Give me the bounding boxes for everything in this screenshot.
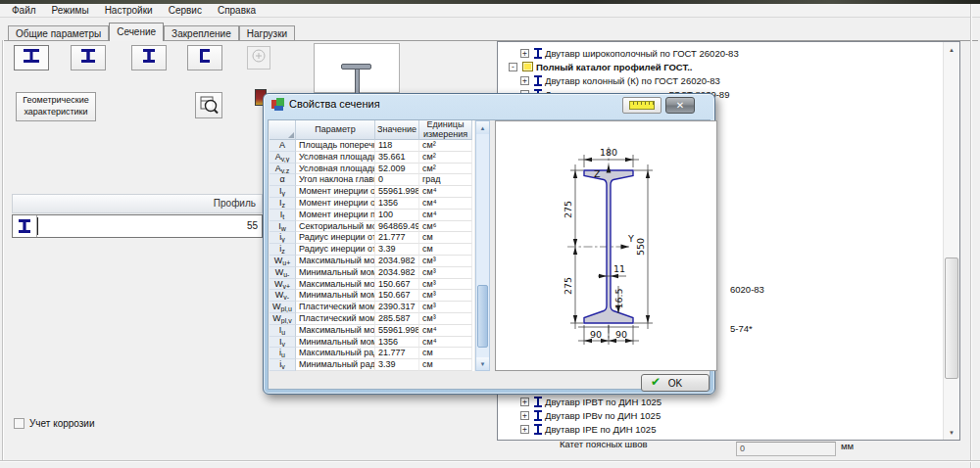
sloped-ibeam-icon [139, 47, 159, 69]
symbol-cell: iy [270, 232, 296, 244]
unit-cell: см³ [419, 313, 472, 325]
section-drawing: Z Y 180 [496, 121, 716, 370]
scroll-up-icon[interactable]: ▲ [944, 43, 959, 56]
table-row[interactable]: Wu+ Максимальный мом 2034.982 см³ [270, 256, 474, 267]
tab[interactable]: Закрепление [164, 25, 239, 41]
table-row[interactable]: Av,y Условная площадь с 35.661 см² [270, 152, 474, 164]
expander-icon[interactable]: + [520, 76, 529, 85]
menu-item[interactable]: Настройки [97, 4, 161, 17]
units-column-header[interactable]: Единицы измерения [419, 120, 472, 140]
value-cell: 118 [375, 140, 419, 152]
section-type-channel-button[interactable] [187, 45, 222, 70]
value-cell: 1356 [375, 198, 419, 210]
expander-icon[interactable]: - [509, 63, 517, 71]
value-cell: 2390.317 [375, 302, 419, 313]
param-cell: Момент инерции при [296, 210, 375, 221]
tree-item[interactable]: + Двутавр IPBv по ДИН 1025 [498, 408, 662, 422]
table-row[interactable]: iz Радиус инерции отно 3.39 см [270, 244, 474, 256]
close-button[interactable]: ✕ [665, 97, 695, 114]
corrosion-checkbox[interactable] [14, 418, 24, 429]
table-row[interactable]: Iz Момент инерции отн 1356 см⁴ [270, 198, 474, 210]
tree-scrollbar[interactable]: ▲ ▼ [943, 42, 959, 440]
tree-item[interactable]: + Двутавр широкополочный по ГОСТ 26020-8… [498, 46, 739, 60]
svg-text:Z: Z [594, 168, 601, 179]
unit-cell: см⁴ [419, 210, 472, 221]
unit-cell: см³ [419, 256, 472, 267]
ok-button[interactable]: ✔ OK [641, 374, 710, 392]
unit-cell: см⁴ [419, 198, 472, 210]
tree-scrollbar-thumb[interactable] [945, 257, 958, 379]
unit-cell: град [419, 174, 472, 186]
profile-type-icon [534, 48, 542, 59]
table-body: A Площадь поперечног 118 см² Av,y Условн… [270, 140, 474, 371]
table-scroll-up-icon[interactable]: ▲ [476, 121, 489, 134]
table-row[interactable]: Av,z Условная площадь с 52.009 см² [270, 164, 474, 175]
scroll-down-icon[interactable]: ▼ [944, 426, 959, 439]
ruler-icon [629, 101, 655, 110]
table-scrollbar[interactable]: ▲ ▼ [475, 120, 490, 371]
table-row[interactable]: A Площадь поперечног 118 см² [270, 140, 474, 152]
weld-leg-input[interactable]: 0 [736, 442, 836, 456]
param-column-header[interactable]: Параметр [296, 120, 375, 140]
expander-icon[interactable]: + [520, 411, 529, 420]
disabled-section-button [247, 46, 270, 70]
table-row[interactable]: It Момент инерции при 100 см⁴ [270, 210, 474, 221]
tree-item-label: Двутавр IPBT по ДИН 1025 [545, 397, 662, 407]
unit-cell: см³ [419, 267, 472, 279]
symbol-cell: Iw [270, 221, 296, 233]
tree-item[interactable]: + Двутавр IPBT по ДИН 1025 [498, 395, 662, 408]
section-type-sloped-ibeam-button[interactable] [131, 45, 167, 70]
menu-item[interactable]: Справка [210, 4, 264, 17]
expander-icon[interactable]: + [520, 425, 529, 434]
expander-icon[interactable]: + [520, 49, 529, 58]
symbol-column-header[interactable] [270, 120, 296, 140]
value-cell: 150.667 [375, 290, 419, 302]
param-cell: Площадь поперечног [296, 140, 375, 152]
table-row[interactable]: Iw Секториальный мом 964869.492 см⁶ [270, 221, 474, 233]
value-column-header[interactable]: Значение [375, 120, 419, 140]
table-row[interactable]: Wpl,v Пластический момен 285.587 см³ [270, 313, 474, 325]
table-row[interactable]: Wv+ Максимальный мом 150.667 см³ [270, 279, 474, 291]
symbol-cell: Av,z [270, 164, 296, 175]
dialog-icon [271, 98, 285, 116]
menu-item[interactable]: Режимы [44, 4, 97, 17]
tab[interactable]: Общие параметры [8, 25, 109, 41]
profile-ibeam-icon [13, 215, 37, 237]
unit-cell: см² [419, 164, 472, 175]
profile-row[interactable]: 55 [12, 214, 263, 238]
expander-icon[interactable]: + [520, 398, 529, 406]
tab[interactable]: Сечение [109, 23, 164, 41]
geometry-characteristics-button[interactable]: Геометрические характеристики [16, 92, 96, 121]
table-row[interactable]: Iy Момент инерции отн 55961.998 см⁴ [270, 186, 474, 198]
table-row[interactable]: iu Максимальный ради 21.777 см [270, 348, 474, 359]
table-row[interactable]: Iu Максимальный мом 55961.998 см⁴ [270, 325, 474, 337]
tree-item[interactable]: + Двутавр IPE по ДИН 1025 [498, 422, 662, 436]
unit-cell: см³ [419, 290, 472, 302]
unit-cell: см⁴ [419, 337, 472, 349]
table-row[interactable]: Wpl,u Пластический момен 2390.317 см³ [270, 302, 474, 313]
menu-item[interactable]: Файл [4, 4, 44, 17]
tree-item[interactable]: - Полный каталог профилей ГОСТ.. [498, 60, 739, 73]
section-type-column-ibeam-button[interactable] [71, 45, 106, 70]
unit-cell: см [419, 232, 472, 244]
right-groove [970, 4, 971, 468]
menu-item[interactable]: Сервис [161, 4, 210, 17]
units-ruler-button[interactable] [622, 97, 662, 114]
table-row[interactable]: α Угол наклона главнь 0 град [270, 174, 474, 186]
section-zoom-button[interactable] [195, 92, 222, 118]
table-scrollbar-thumb[interactable] [477, 285, 488, 348]
table-row[interactable]: Iv Минимальный момен 1356 см⁴ [270, 337, 474, 349]
param-cell: Радиус инерции отно [296, 232, 375, 244]
section-type-wide-ibeam-button[interactable] [14, 45, 49, 70]
tab[interactable]: Нагрузки [239, 25, 295, 41]
profile-value[interactable]: 55 [247, 215, 258, 237]
table-scroll-down-icon[interactable]: ▼ [476, 357, 489, 370]
table-row[interactable]: iy Радиус инерции отно 21.777 см [270, 232, 474, 244]
tree-item[interactable]: + Двутавр колонный (К) по ГОСТ 26020-83 [498, 73, 739, 87]
table-row[interactable]: Wv- Минимальный момен 150.667 см³ [270, 290, 474, 302]
param-cell: Пластический момен [296, 313, 375, 325]
param-cell: Угол наклона главнь [296, 174, 375, 186]
symbol-cell: Wpl,v [270, 313, 296, 325]
table-row[interactable]: iv Минимальный радиу 3.39 см [270, 359, 474, 371]
table-row[interactable]: Wu- Минимальный момен 2034.982 см³ [270, 267, 474, 279]
